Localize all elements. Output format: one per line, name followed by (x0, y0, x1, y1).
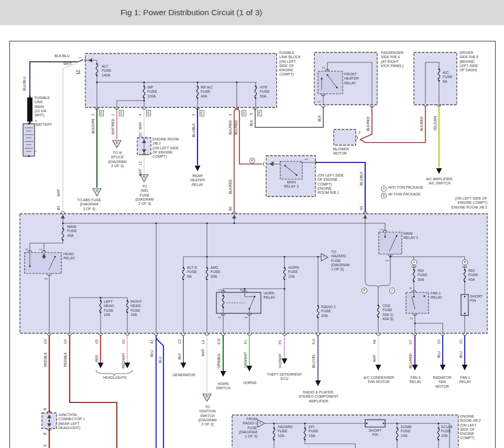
engine-room-jb2-small-label: ENGINE ROOM J/B 2 (ON LEFT SIDE OF ENGIN… (152, 137, 179, 159)
engine-room-jb2-bottom-label: ENGINE ROOM J/B 2 (ON LEFT SIDE OF ENGIN… (460, 414, 481, 441)
ac-amplifier-label: A/C AMPLIFIER, A/C SWITCH (415, 177, 464, 186)
to-am1-fuse-label: TO AM1 FUSE (DIAGRAM 2 OF 3) (132, 184, 158, 206)
fan3-relay-label: FAN 3 RELAY (404, 376, 427, 385)
legend-row-b: BW/ TOW PACKAGE (381, 192, 421, 199)
code-l2: L2 (139, 161, 143, 165)
pin-1-fusible-top: 1 (79, 57, 82, 59)
pin-4-head-relay: 4 (25, 248, 29, 250)
code-e8-pin3: E8 (242, 110, 246, 116)
legend-row-a: AW/O TOW PACKAGE (381, 185, 423, 192)
code-g1-radiator: G1 (437, 339, 441, 344)
generator-label: GENERATOR (168, 373, 200, 377)
code-l4: L4 (202, 340, 205, 344)
wire-label-blkred-low: BLK/RED (229, 179, 233, 194)
triangle-b-letter: B (142, 175, 146, 178)
wiring-diagram-page: Fig 1: Power Distribution Circuit (1 of … (0, 0, 504, 448)
ecu-b-fuse-label: ECU-B FUSE 10A (441, 425, 453, 438)
headlights-label: HEADLIGHTS (95, 376, 134, 380)
pin-1-main-relay2: 1 (271, 161, 275, 163)
wire-label-whtred: WHT/RED (112, 119, 115, 135)
wire-label-blkblu-v: BLK/BLU (23, 77, 27, 91)
wire-label-wht-h2: WHT (373, 354, 377, 362)
pin-2-main-relay2: 2 (305, 158, 309, 160)
code-g7: G7 (409, 340, 413, 344)
wire-label-blu-radiator: BLU (437, 351, 441, 358)
wire-label-grnwht: GRN/WHT (244, 352, 248, 368)
front-heater-relay-label: FRONT HEATER RELAY (344, 72, 359, 85)
pin-b-junction-top: B (43, 408, 47, 410)
fusible-link-main-symbol (27, 95, 32, 123)
ac-condenser-label: A/C CONDENSER FAN MOTOR (355, 376, 402, 385)
code-g5: G5 (95, 339, 99, 344)
wire-label-blkred-2: BLK/RED (235, 120, 238, 135)
triangle-a-letter: A (95, 189, 99, 192)
wire-label-bluyel: BLU/YEL (312, 354, 316, 368)
pin-2-front-heater: 2 (322, 67, 326, 69)
pin-4-fusible: 4 (139, 114, 143, 116)
pin-1-horn-relay: 1 (218, 289, 222, 291)
pin-2-head-relay: 2 (45, 278, 48, 280)
fan1-relay-dest-label: FAN 1 RELAY (454, 376, 477, 385)
fan1-relay-box (406, 292, 429, 313)
ac-fuse-label: A/C FUSE 5A (443, 71, 453, 84)
alt-fuse-label: ALT FUSE 140A (102, 64, 112, 78)
pin-4-fan1-relay: 4 (409, 287, 413, 289)
htr-fuse-label: HTR FUSE 50A (260, 85, 270, 99)
pin-2-main-relay1: 2 (386, 259, 389, 261)
wire-label-wht-pin4: WHT (139, 122, 143, 129)
fusible-link-block-label: FUSIBLE LINK BLOCK (ON LEFT SIDE OF ENGI… (279, 51, 301, 77)
rdi-fuse-40-label: RDI FUSE 40A (468, 269, 478, 282)
code-k10: K10 (217, 338, 221, 344)
head-relay-label: HEAD RELAY (63, 252, 75, 261)
triangle-c-hazard: C (322, 255, 326, 258)
wire-label-blu-a1b: BLU (159, 356, 162, 363)
short-pin-symbol-2 (365, 420, 385, 427)
wire-label-blkred-rb5: BLK/RED (420, 116, 424, 131)
code-d2: D2 (139, 133, 143, 137)
code-e9-pin1: E9 (119, 110, 124, 116)
to-i4-splice-label: TO I4 SPLICE (DIAGRAM 2 OF 3) (104, 151, 131, 168)
pin-2-blower: 2 (358, 130, 360, 135)
wire-label-blu-a1a: BLU (150, 350, 154, 357)
engine-room-rb1-label: (ON LEFT SIDE OF ENGINE COMPT) ENGINE RO… (317, 173, 344, 195)
code-g1-fan1: G1 (459, 339, 463, 344)
engine-room-jb2-small-box (137, 138, 151, 155)
passenger-rb4-label: PASSENGER SIDE R/B 4 (AT RIGHT KICK PANE… (381, 51, 403, 68)
rr-ac-fuse-label: RR A/C FUSE 40A (201, 85, 213, 99)
wire-label-blkred-rb4: BLK/RED (367, 116, 370, 131)
wire-label-blk-c3: BLK (178, 353, 182, 359)
engine-room-jb2-note: (ON LEFT SIDE OF ENGINE COMPT) ENGINE RO… (430, 196, 487, 210)
wire-label-wht-b3: WHT (57, 189, 61, 196)
horn-relay-label: HORN RELAY (264, 291, 275, 300)
short-pin-1-label: SHORT PIN (470, 294, 483, 303)
pin-1-front-heater: 1 (317, 101, 321, 103)
rdi-fuse-30-label: RDI FUSE 30A (418, 269, 428, 282)
fusible-link-block-box (85, 53, 277, 107)
blower-motor-box (334, 129, 356, 145)
marker-a-brace: A (389, 288, 395, 293)
pin-3-fan1-relay: 3 (410, 318, 414, 320)
driver-rb5-label: DRIVER SIDE R/B 5 (BEHIND LEFT SIDE OF D… (459, 51, 478, 72)
pin-1-main-relay1: 1 (380, 228, 384, 231)
right-head-fuse-label: RIGHT HEAD FUSE 15A (130, 300, 142, 317)
wire-label-blkgrn: BLK/GRN (92, 118, 95, 134)
code-e8-pin2: E8 (99, 110, 104, 116)
battery-plus: + (35, 119, 37, 123)
pin-1-fusible: 1 (112, 114, 115, 116)
code-a1: A1 (150, 340, 154, 344)
hazard-fuse-label: HAZARD FUSE 10A (278, 425, 293, 438)
wire-label-blk-fhr: BLK (318, 115, 322, 122)
pin-3-fusible: 3 (229, 114, 233, 116)
code-k-bottom: K (43, 444, 47, 446)
code-f8-pin5: F8 (200, 110, 204, 116)
main-fuse-label: MAIN FUSE 40A (67, 225, 77, 238)
wire-label-redblk-g3: RED/BLK (44, 352, 48, 367)
pin-5-horn-relay: 5 (240, 289, 244, 291)
code-f8-pin6: F8 (257, 110, 262, 116)
to-ignition-label: TO IGNITION SWITCH (DIAGRAM 2 OF 3) (194, 405, 221, 427)
code-c3: C3 (178, 340, 182, 344)
marker-a-branch: A (411, 259, 417, 265)
efi-fuse-label: EFI FUSE 15A (309, 425, 319, 438)
code-e8-pin4: E8 (146, 110, 151, 116)
junction-connector-box (42, 413, 57, 429)
